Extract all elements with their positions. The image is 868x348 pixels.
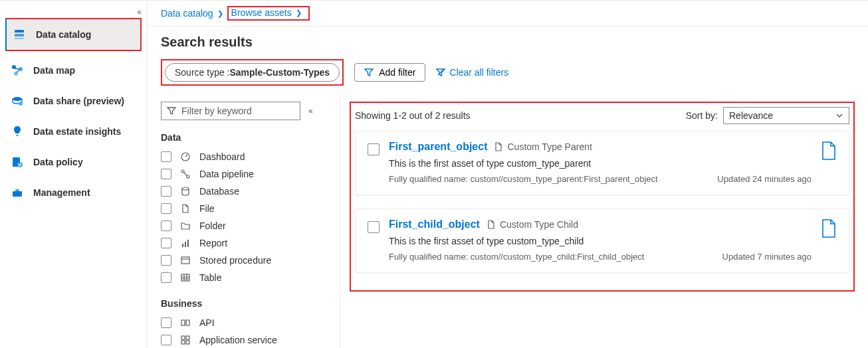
facet-type-icon bbox=[179, 272, 191, 283]
filter-keyword-placeholder: Filter by keyword bbox=[181, 106, 252, 116]
nav-label: Data catalog bbox=[36, 29, 91, 40]
nav-label: Data policy bbox=[33, 157, 83, 167]
side-nav: « Data catalog Data map Data share (prev… bbox=[0, 1, 148, 348]
chevron-right-icon: ❯ bbox=[296, 9, 302, 17]
result-card: First_child_objectCustom Type ChildThis … bbox=[355, 209, 849, 273]
checkbox-icon[interactable] bbox=[161, 186, 171, 197]
result-fqn: Fully qualified name: custom//custom_typ… bbox=[389, 252, 644, 262]
file-icon bbox=[821, 141, 837, 184]
result-type-label: Custom Type Child bbox=[487, 219, 578, 230]
svg-point-16 bbox=[182, 187, 189, 190]
facet-item[interactable]: Stored procedure bbox=[161, 252, 332, 269]
nav-item-management[interactable]: Management bbox=[0, 177, 147, 208]
facet-item[interactable]: Folder bbox=[161, 217, 332, 234]
toolbox-icon bbox=[11, 186, 24, 199]
sort-by-label: Sort by: bbox=[686, 110, 718, 121]
main-content: Data catalog ❯ Browse assets ❯ Search re… bbox=[148, 1, 868, 348]
result-updated: Updated 24 minutes ago bbox=[717, 174, 812, 184]
lightbulb-icon bbox=[11, 125, 24, 138]
result-title-link[interactable]: First_child_object bbox=[389, 218, 480, 230]
chevron-down-icon bbox=[835, 112, 843, 120]
facet-item[interactable]: Database bbox=[161, 183, 332, 200]
clear-all-filters-button[interactable]: Clear all filters bbox=[436, 67, 508, 78]
svg-rect-2 bbox=[15, 38, 24, 39]
collapse-filter-panel-toggle[interactable]: « bbox=[308, 106, 313, 116]
breadcrumb-current[interactable]: Browse assets bbox=[231, 7, 292, 18]
nav-item-insights[interactable]: Data estate insights bbox=[0, 116, 147, 147]
share-icon bbox=[11, 94, 24, 108]
policy-icon bbox=[11, 155, 24, 169]
nav-item-data-share[interactable]: Data share (preview) bbox=[0, 86, 147, 116]
checkbox-icon[interactable] bbox=[161, 317, 171, 328]
results-panel: Showing 1-2 out of 2 results Sort by: Re… bbox=[340, 94, 868, 348]
add-filter-button[interactable]: Add filter bbox=[354, 63, 425, 82]
result-fqn: Fully qualified name: custom//custom_typ… bbox=[389, 174, 658, 184]
svg-point-7 bbox=[19, 102, 23, 106]
checkbox-icon[interactable] bbox=[161, 238, 171, 248]
svg-point-15 bbox=[187, 175, 189, 178]
result-checkbox[interactable] bbox=[368, 143, 380, 155]
facet-item[interactable]: Report bbox=[161, 234, 332, 252]
facet-label: Data pipeline bbox=[199, 169, 254, 179]
result-title-link[interactable]: First_parent_object bbox=[389, 141, 487, 153]
collapse-nav-toggle[interactable]: « bbox=[137, 7, 142, 17]
svg-rect-21 bbox=[181, 274, 189, 281]
facet-type-icon bbox=[179, 203, 191, 214]
clear-filter-icon bbox=[436, 68, 445, 77]
filter-bar: Source type : Sample-Custom-Types Add fi… bbox=[148, 59, 868, 94]
facet-label: Database bbox=[199, 186, 239, 197]
facet-item[interactable]: API bbox=[161, 314, 332, 331]
result-type-label: Custom Type Parent bbox=[494, 141, 592, 152]
svg-point-14 bbox=[181, 170, 184, 173]
svg-rect-23 bbox=[186, 320, 189, 325]
sort-value: Relevance bbox=[729, 110, 773, 121]
svg-rect-11 bbox=[13, 191, 22, 197]
pill-value: Sample-Custom-Types bbox=[230, 67, 330, 78]
breadcrumb-root[interactable]: Data catalog bbox=[161, 8, 213, 19]
facet-type-icon bbox=[179, 169, 191, 179]
facet-item[interactable]: Dashboard bbox=[161, 148, 332, 165]
facet-label: Stored procedure bbox=[199, 255, 271, 266]
nav-item-data-map[interactable]: Data map bbox=[0, 55, 147, 86]
facet-item[interactable]: Data pipeline bbox=[161, 165, 332, 183]
checkbox-icon[interactable] bbox=[161, 203, 171, 214]
facet-label: Application service bbox=[199, 335, 277, 345]
svg-rect-27 bbox=[186, 341, 189, 344]
facet-item[interactable]: Application service bbox=[161, 331, 332, 348]
filter-icon bbox=[364, 68, 374, 77]
funnel-icon bbox=[167, 106, 176, 116]
nav-label: Management bbox=[33, 187, 90, 198]
checkbox-icon[interactable] bbox=[161, 272, 171, 283]
facet-type-icon bbox=[179, 335, 191, 345]
facet-type-icon bbox=[179, 186, 191, 197]
svg-point-6 bbox=[13, 97, 22, 101]
svg-rect-1 bbox=[15, 34, 24, 37]
facet-type-icon bbox=[179, 220, 191, 231]
svg-rect-22 bbox=[181, 320, 185, 325]
result-checkbox[interactable] bbox=[368, 221, 380, 233]
svg-rect-8 bbox=[16, 135, 19, 136]
checkbox-icon[interactable] bbox=[161, 255, 171, 266]
facet-label: API bbox=[199, 317, 215, 328]
filter-panel: Filter by keyword « DataDashboardData pi… bbox=[148, 94, 340, 348]
sort-by-select[interactable]: Relevance bbox=[723, 107, 849, 124]
filter-keyword-input[interactable]: Filter by keyword bbox=[161, 102, 300, 120]
nav-item-data-catalog[interactable]: Data catalog bbox=[5, 18, 142, 51]
facet-label: Dashboard bbox=[199, 151, 245, 162]
nav-label: Data map bbox=[33, 65, 75, 76]
facet-item[interactable]: Table bbox=[161, 269, 332, 286]
checkbox-icon[interactable] bbox=[161, 151, 171, 162]
breadcrumb: Data catalog ❯ Browse assets ❯ bbox=[148, 1, 868, 27]
nav-item-data-policy[interactable]: Data policy bbox=[0, 147, 147, 177]
facet-type-icon bbox=[179, 151, 191, 162]
filter-pill-source-type[interactable]: Source type : Sample-Custom-Types bbox=[165, 63, 340, 82]
checkbox-icon[interactable] bbox=[161, 169, 171, 179]
results-area: Showing 1-2 out of 2 results Sort by: Re… bbox=[350, 102, 855, 292]
facet-label: Folder bbox=[199, 220, 226, 231]
checkbox-icon[interactable] bbox=[161, 335, 171, 345]
checkbox-icon[interactable] bbox=[161, 220, 171, 231]
facet-label: File bbox=[199, 203, 215, 214]
svg-rect-19 bbox=[187, 240, 189, 247]
svg-rect-25 bbox=[186, 336, 189, 339]
facet-item[interactable]: File bbox=[161, 200, 332, 217]
